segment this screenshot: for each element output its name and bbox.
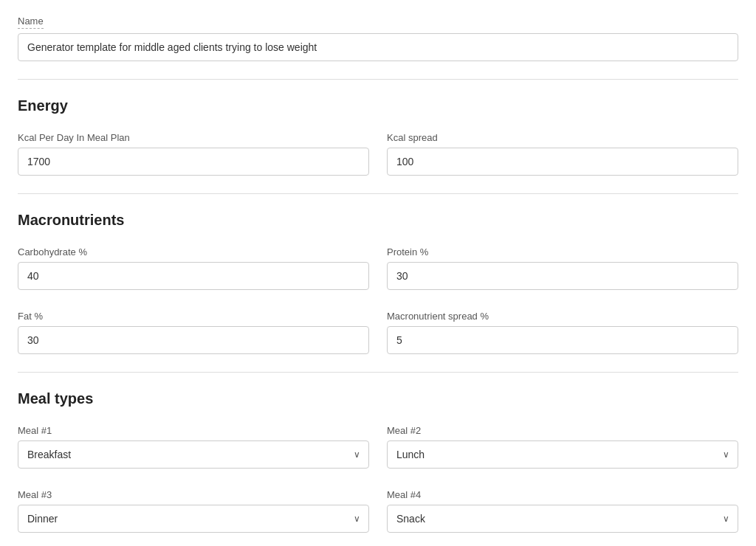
meal-types-title: Meal types — [18, 390, 738, 407]
kcal-per-day-input[interactable] — [18, 148, 369, 176]
meal4-label: Meal #4 — [387, 489, 738, 500]
meal1-label: Meal #1 — [18, 425, 369, 436]
carb-field: Carbohydrate % — [18, 238, 369, 290]
macro-spread-field: Macronutrient spread % — [387, 302, 738, 354]
name-label: Name — [18, 15, 44, 29]
kcal-per-day-field: Kcal Per Day In Meal Plan — [18, 123, 369, 176]
meal3-select[interactable]: Breakfast Lunch Dinner Snack Brunch — [18, 505, 369, 533]
meal1-field: Meal #1 Breakfast Lunch Dinner Snack Bru… — [18, 416, 369, 469]
protein-field: Protein % — [387, 238, 738, 290]
meal3-label: Meal #3 — [18, 489, 369, 500]
meal4-field: Meal #4 Breakfast Lunch Dinner Snack Bru… — [387, 480, 738, 533]
name-input[interactable] — [18, 33, 738, 61]
meal-types-fields: Meal #1 Breakfast Lunch Dinner Snack Bru… — [18, 416, 738, 533]
carb-input[interactable] — [18, 262, 369, 290]
macronutrients-title: Macronutrients — [18, 212, 738, 229]
name-section: Name — [18, 15, 738, 80]
meal3-select-wrapper: Breakfast Lunch Dinner Snack Brunch — [18, 505, 369, 533]
kcal-spread-label: Kcal spread — [387, 132, 738, 143]
meal2-label: Meal #2 — [387, 425, 738, 436]
fat-field: Fat % — [18, 302, 369, 354]
protein-input[interactable] — [387, 262, 738, 290]
meal3-field: Meal #3 Breakfast Lunch Dinner Snack Bru… — [18, 480, 369, 533]
energy-fields: Kcal Per Day In Meal Plan Kcal spread — [18, 123, 738, 176]
kcal-spread-field: Kcal spread — [387, 123, 738, 176]
meal2-select-wrapper: Breakfast Lunch Dinner Snack Brunch — [387, 440, 738, 469]
energy-title: Energy — [18, 97, 738, 114]
macronutrients-fields: Carbohydrate % Protein % Fat % Macronutr… — [18, 238, 738, 354]
meal1-select[interactable]: Breakfast Lunch Dinner Snack Brunch — [18, 440, 369, 469]
kcal-spread-input[interactable] — [387, 148, 738, 176]
carb-label: Carbohydrate % — [18, 246, 369, 258]
meal-types-section: Meal types Meal #1 Breakfast Lunch Dinne… — [18, 390, 738, 546]
meal1-select-wrapper: Breakfast Lunch Dinner Snack Brunch — [18, 440, 369, 469]
energy-section: Energy Kcal Per Day In Meal Plan Kcal sp… — [18, 97, 738, 194]
meal2-field: Meal #2 Breakfast Lunch Dinner Snack Bru… — [387, 416, 738, 469]
macro-spread-label: Macronutrient spread % — [387, 311, 738, 322]
meal4-select[interactable]: Breakfast Lunch Dinner Snack Brunch — [387, 505, 738, 533]
protein-label: Protein % — [387, 246, 738, 258]
macro-spread-input[interactable] — [387, 326, 738, 354]
kcal-per-day-label: Kcal Per Day In Meal Plan — [18, 132, 369, 143]
meal4-select-wrapper: Breakfast Lunch Dinner Snack Brunch — [387, 505, 738, 533]
fat-input[interactable] — [18, 326, 369, 354]
fat-label: Fat % — [18, 311, 369, 322]
meal2-select[interactable]: Breakfast Lunch Dinner Snack Brunch — [387, 440, 738, 469]
macronutrients-section: Macronutrients Carbohydrate % Protein % … — [18, 212, 738, 373]
